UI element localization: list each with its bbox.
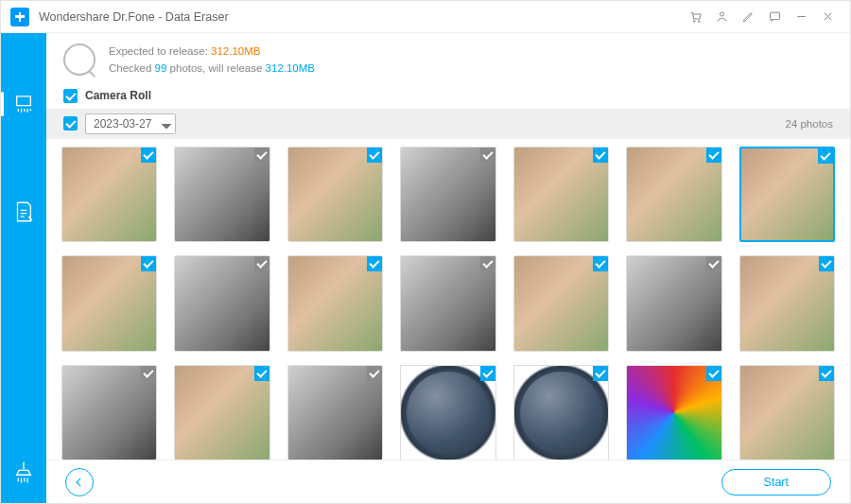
section-label: Camera Roll <box>85 89 151 102</box>
photo-20[interactable] <box>626 365 721 460</box>
feedback-icon[interactable] <box>761 4 788 30</box>
photo-21[interactable] <box>739 365 835 460</box>
magnifier-icon <box>63 43 96 76</box>
start-button[interactable]: Start <box>721 469 831 495</box>
date-select[interactable]: 2023-03-27 <box>85 113 176 134</box>
photo-10[interactable] <box>287 255 383 351</box>
photo-17[interactable] <box>287 365 383 460</box>
svg-rect-3 <box>770 12 779 20</box>
thumb-checkbox[interactable] <box>706 148 721 163</box>
thumb-checkbox[interactable] <box>706 366 721 381</box>
sidebar <box>1 33 46 503</box>
photo-19[interactable] <box>513 365 609 460</box>
main-panel: Expected to release: 312.10MB Checked 99… <box>46 33 850 503</box>
photo-14[interactable] <box>739 255 835 351</box>
photo-18[interactable] <box>400 365 495 460</box>
minimize-icon[interactable] <box>788 4 814 30</box>
photo-5[interactable] <box>513 147 609 242</box>
photo-2[interactable] <box>174 147 269 242</box>
photo-3[interactable] <box>287 147 383 242</box>
app-title: Wondershare Dr.Fone - Data Eraser <box>39 10 229 24</box>
photo-13[interactable] <box>626 255 721 351</box>
app-window: Wondershare Dr.Fone - Data Eraser <box>0 0 851 504</box>
back-button[interactable] <box>65 468 94 496</box>
titlebar: Wondershare Dr.Fone - Data Eraser <box>1 1 850 33</box>
photo-4[interactable] <box>400 147 495 242</box>
photo-16[interactable] <box>174 365 269 460</box>
info-text: Expected to release: 312.10MB Checked 99… <box>109 43 315 78</box>
thumb-checkbox[interactable] <box>141 148 156 163</box>
info-expected-release: 312.10MB <box>211 45 260 57</box>
svg-point-0 <box>693 21 695 23</box>
photo-9[interactable] <box>174 255 269 351</box>
thumb-checkbox[interactable] <box>819 366 834 381</box>
info-line2-a: Checked <box>109 62 155 74</box>
photo-count: 24 photos <box>785 118 833 130</box>
svg-point-2 <box>720 12 723 16</box>
info-strip: Expected to release: 312.10MB Checked 99… <box>46 33 850 85</box>
cart-icon[interactable] <box>682 4 708 30</box>
user-icon[interactable] <box>708 4 735 30</box>
thumb-checkbox[interactable] <box>818 148 833 164</box>
thumb-checkbox[interactable] <box>593 256 608 271</box>
info-line1-prefix: Expected to release: <box>109 45 211 57</box>
thumb-checkbox[interactable] <box>593 148 608 163</box>
thumb-checkbox[interactable] <box>819 256 834 271</box>
thumb-checkbox[interactable] <box>480 366 495 381</box>
thumb-checkbox[interactable] <box>367 256 382 271</box>
close-icon[interactable] <box>814 4 841 30</box>
thumb-checkbox[interactable] <box>141 366 156 381</box>
info-will-release: 312.10MB <box>266 62 315 74</box>
nav-cleanup-icon[interactable] <box>9 458 38 486</box>
nav-report-icon[interactable] <box>9 198 38 226</box>
thumb-checkbox[interactable] <box>254 366 269 381</box>
thumb-checkbox[interactable] <box>367 148 382 163</box>
nav-erase-icon[interactable] <box>9 90 38 118</box>
date-bar: 2023-03-27 24 photos <box>46 109 850 139</box>
thumb-checkbox[interactable] <box>367 366 382 381</box>
photo-grid-wrap[interactable] <box>46 139 850 460</box>
section-header: Camera Roll <box>46 85 850 109</box>
photo-12[interactable] <box>513 255 609 351</box>
photo-grid <box>61 147 835 460</box>
footer: Start <box>46 460 850 503</box>
thumb-checkbox[interactable] <box>254 256 269 271</box>
thumb-checkbox[interactable] <box>141 256 156 271</box>
thumb-checkbox[interactable] <box>480 148 495 163</box>
thumb-checkbox[interactable] <box>480 256 495 271</box>
photo-15[interactable] <box>61 365 157 460</box>
photo-1[interactable] <box>61 147 157 242</box>
date-checkbox[interactable] <box>63 116 78 130</box>
info-checked-count: 99 <box>155 62 167 74</box>
photo-8[interactable] <box>61 255 157 351</box>
app-logo-icon <box>10 8 29 26</box>
info-line2-b: photos, will release <box>166 62 265 74</box>
photo-7[interactable] <box>739 147 835 242</box>
edit-icon[interactable] <box>735 4 761 30</box>
photo-11[interactable] <box>400 255 495 351</box>
section-checkbox[interactable] <box>63 89 78 103</box>
thumb-checkbox[interactable] <box>593 366 608 381</box>
svg-point-1 <box>698 21 700 23</box>
photo-6[interactable] <box>626 147 721 242</box>
thumb-checkbox[interactable] <box>254 148 269 163</box>
thumb-checkbox[interactable] <box>706 256 721 271</box>
